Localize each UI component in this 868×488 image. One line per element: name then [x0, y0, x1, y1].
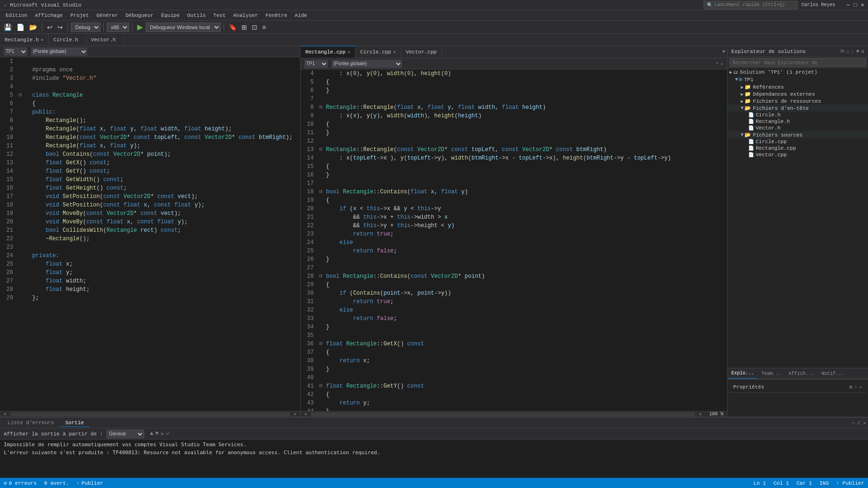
tab-dropdown-btn[interactable]: ▼: [721, 46, 727, 58]
menu-analyser[interactable]: Analyser: [230, 12, 262, 19]
se-tab-notif[interactable]: Notif...: [818, 368, 848, 379]
code-line: 32 else: [301, 306, 727, 314]
tab-rectangle-cpp[interactable]: Rectangle.cpp ✕: [301, 46, 356, 58]
right-scroll-right[interactable]: ▶: [696, 412, 705, 417]
se-sync-icon[interactable]: ⟳: [840, 48, 845, 54]
output-up-btn[interactable]: ▲: [150, 430, 153, 437]
menu-affichage[interactable]: Affichage: [31, 12, 66, 19]
se-tab-team[interactable]: Team...: [758, 368, 785, 379]
menu-equipe[interactable]: Équipe: [157, 12, 184, 19]
tree-solution[interactable]: ▶ 🗂 Solution 'TP1' (1 projet): [728, 69, 868, 76]
status-publish-left[interactable]: ↑ Publier: [77, 480, 103, 486]
scroll-right-btn[interactable]: ▶: [291, 412, 300, 417]
left-scope-select[interactable]: TP1: [4, 47, 27, 56]
run-button[interactable]: ▶: [135, 22, 145, 32]
prop-sort-icon[interactable]: ↕: [854, 384, 858, 390]
right-horizontal-scrollbar[interactable]: [311, 412, 695, 416]
bottom-tab-errors[interactable]: Liste d'erreurs: [2, 419, 60, 427]
code-line: 28⊟bool Rectangle::Contains(const Vector…: [301, 272, 727, 281]
tab-circle-h[interactable]: Circle.h: [49, 34, 86, 46]
toolbar-new[interactable]: 📄: [15, 23, 26, 32]
scroll-left-btn[interactable]: ◀: [0, 412, 9, 417]
output-expand-icon[interactable]: ⤢: [857, 420, 861, 426]
tree-res-files[interactable]: ▶ 📁 Fichiers de ressources: [728, 98, 868, 105]
tab-circle-cpp[interactable]: Circle.cpp ✕: [356, 46, 401, 58]
output-close-icon[interactable]: ✕: [863, 420, 866, 426]
status-error-tab[interactable]: ⊘ 0 erreurs: [4, 480, 37, 486]
code-line: 18⊟bool Rectangle::Contains(float x, flo…: [301, 188, 727, 196]
tab-vector-cpp[interactable]: Vector.cpp: [401, 46, 442, 58]
code-line: 13 float GetX() const;: [0, 159, 300, 167]
output-clear-btn[interactable]: ✕: [161, 430, 164, 437]
tree-rectangle-h[interactable]: 📄 Rectangle.h: [728, 118, 868, 125]
maximize-icon[interactable]: □: [854, 2, 857, 8]
code-line: 36⊟float Rectangle::GetX() const: [301, 340, 727, 348]
right-code-editor[interactable]: 4 : x(0), y(0), width(0), height(0) 5{ 6…: [301, 69, 727, 411]
se-settings-icon[interactable]: ⚙: [861, 48, 864, 54]
toolbar-undo[interactable]: ↩: [45, 23, 54, 32]
menu-outils[interactable]: Outils: [184, 12, 210, 19]
left-code-editor[interactable]: 1 2 #pragma once 3 #include "Vector.h" 4…: [0, 57, 300, 411]
left-global-select[interactable]: (Portée globale): [31, 47, 87, 56]
tree-ext-deps[interactable]: ▶ 📁 Dépendances externes: [728, 91, 868, 98]
se-search-input[interactable]: [729, 58, 866, 67]
circle-cpp-icon: 📄: [748, 139, 754, 145]
output-down-btn[interactable]: ▼: [155, 430, 158, 437]
right-add-icon[interactable]: +: [716, 61, 719, 66]
status-publish-right[interactable]: ↑ Publier: [837, 480, 864, 486]
right-scope-select[interactable]: TP1: [304, 60, 328, 68]
menu-projet[interactable]: Projet: [67, 12, 93, 19]
toolbar-open[interactable]: 📂: [27, 23, 39, 32]
horizontal-scrollbar[interactable]: [10, 412, 290, 416]
prop-grid-icon[interactable]: ⊞: [849, 384, 852, 390]
right-scroll-left[interactable]: ◀: [301, 412, 310, 417]
tab-rectangle-h[interactable]: Rectangle.h ✕: [0, 34, 49, 46]
tree-circle-cpp[interactable]: 📄 Circle.cpp: [728, 138, 868, 145]
menu-generer[interactable]: Générer: [93, 12, 122, 19]
prop-pen-icon[interactable]: ✏: [859, 384, 862, 390]
se-filter-icon[interactable]: ▼: [856, 49, 860, 54]
se-tree: ▶ 🗂 Solution 'TP1' (1 projet) ▼ ⊞ TP1 ▶ …: [728, 68, 868, 368]
menu-edition[interactable]: Edition: [2, 12, 31, 19]
toolbar-extra2[interactable]: ⊡: [250, 23, 259, 32]
tree-vector-h[interactable]: 📄 Vector.h: [728, 125, 868, 131]
debug-mode-select[interactable]: Debug: [71, 23, 101, 32]
tree-headers[interactable]: ▼ 📂 Fichiers d'en-tête: [728, 105, 868, 112]
output-wrap-btn[interactable]: ↩: [166, 430, 169, 437]
minimize-icon[interactable]: —: [846, 2, 850, 8]
output-source-select[interactable]: Général: [107, 430, 144, 438]
toolbar-redo[interactable]: ↪: [55, 23, 65, 32]
menu-test[interactable]: Test: [209, 12, 229, 19]
toolbar-bookmark[interactable]: 🔖: [227, 23, 239, 32]
toolbar-save[interactable]: 💾: [2, 23, 14, 32]
code-line: 40: [301, 374, 727, 382]
tree-circle-h[interactable]: 📄 Circle.h: [728, 112, 868, 118]
close-tab-circle-cpp[interactable]: ✕: [393, 49, 396, 55]
tree-vector-cpp[interactable]: 📄 Vector.cpp: [728, 152, 868, 158]
menu-debogueur[interactable]: Débogueur: [122, 12, 157, 19]
se-arrow-icon[interactable]: ↑: [851, 49, 854, 54]
close-tab-rect-cpp[interactable]: ✕: [348, 49, 350, 55]
se-home-icon[interactable]: ⌂: [846, 49, 850, 54]
right-scroll-icon[interactable]: ⇕: [721, 61, 723, 67]
right-global-select[interactable]: (Portée globale): [332, 60, 402, 68]
bottom-tab-output[interactable]: Sortie: [60, 419, 90, 427]
tree-sources[interactable]: ▼ 📂 Fichiers sources: [728, 131, 868, 138]
se-tab-explorer[interactable]: Explo...: [728, 368, 758, 379]
toolbar-extra1[interactable]: ⊞: [240, 23, 249, 32]
close-icon[interactable]: ✕: [861, 1, 864, 8]
se-tab-affich[interactable]: Affich...: [785, 368, 818, 379]
menu-aide[interactable]: Aide: [291, 12, 311, 19]
tab-vector-h[interactable]: Vector.h: [86, 34, 124, 46]
platform-select[interactable]: x86: [107, 23, 129, 32]
code-line: 3 #include "Vector.h": [0, 74, 300, 83]
tree-references[interactable]: ▶ 📁 Références: [728, 84, 868, 91]
code-line: 11 Rectangle(float x, float y);: [0, 142, 300, 150]
close-tab-rect-h[interactable]: ✕: [41, 37, 44, 43]
output-minimize-icon[interactable]: —: [852, 420, 855, 426]
tree-rectangle-cpp[interactable]: 📄 Rectangle.cpp: [728, 145, 868, 152]
toolbar-extra3[interactable]: ≡: [260, 23, 268, 32]
tree-tp1[interactable]: ▼ ⊞ TP1: [728, 76, 868, 84]
debugger-target-select[interactable]: Débogueur Windows local: [146, 23, 221, 32]
menu-fenetre[interactable]: Fenêtre: [262, 12, 291, 19]
